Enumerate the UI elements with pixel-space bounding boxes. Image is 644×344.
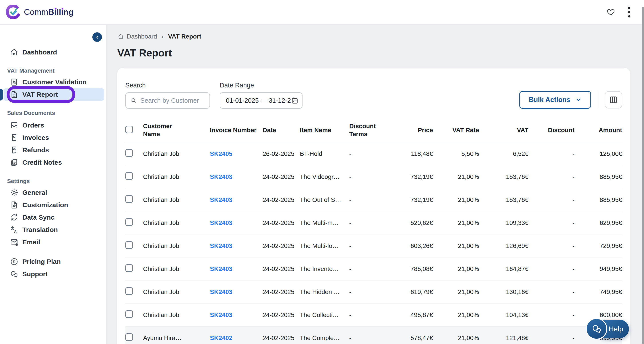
filters-actions: Bulk Actions [519, 91, 622, 109]
row-checkbox[interactable] [125, 264, 133, 272]
cell-discount-terms: - [349, 312, 382, 319]
cell-customer-name: Christian Job [140, 150, 206, 157]
row-checkbox[interactable] [125, 287, 133, 295]
search-input[interactable] [140, 97, 206, 104]
sidebar: Dashboard VAT Management Customer Valida… [0, 25, 107, 344]
sidebar-item-customization[interactable]: Customization [4, 199, 104, 211]
cell-amount: 949,95€ [576, 265, 622, 273]
date-range-input[interactable]: 01-01-2025 — 31-12-2025 [220, 92, 302, 109]
invoice-link[interactable]: SK2403 [210, 173, 232, 180]
column-header-customer-name: Customer Name [140, 122, 206, 138]
cell-vat-rate: 21,00% [435, 173, 479, 180]
cell-discount-terms: - [349, 335, 382, 342]
sidebar-item-refunds[interactable]: Refunds [4, 144, 104, 156]
row-checkbox[interactable] [125, 195, 133, 203]
cell-date: 24-02-2025 [263, 242, 298, 250]
filters-bar: Search Date Range 01-01-2025 — 31-12-202… [125, 82, 622, 109]
brand-name: CommBıllıng [24, 7, 74, 17]
favorites-button[interactable] [606, 8, 615, 16]
sidebar-item-data-sync[interactable]: Data Sync [4, 211, 104, 224]
sidebar-item-vat-report[interactable]: VAT Report [4, 88, 104, 101]
invoice-link[interactable]: SK2403 [210, 242, 232, 249]
brand-prefix: Comm [24, 7, 48, 16]
date-range-field: Date Range 01-01-2025 — 31-12-2025 [220, 82, 302, 109]
sidebar-collapse-button[interactable] [92, 32, 102, 42]
column-header-date: Date [263, 126, 298, 134]
column-header-discount-terms: Discount Terms [349, 122, 382, 138]
chat-bubbles-icon [591, 323, 602, 335]
sidebar-item-general[interactable]: General [4, 186, 104, 199]
cell-customer-name: Christian Job [140, 242, 206, 250]
cell-date: 24-02-2025 [263, 289, 298, 296]
search-icon [131, 97, 137, 104]
invoice-link[interactable]: SK2403 [210, 196, 232, 203]
chevron-down-icon [575, 97, 582, 103]
bulk-actions-button[interactable]: Bulk Actions [519, 91, 591, 109]
help-chat-bubble[interactable] [586, 318, 607, 340]
sync-icon [10, 213, 18, 222]
sidebar-item-pricing-plan[interactable]: € Pricing Plan [4, 256, 104, 268]
row-checkbox[interactable] [125, 333, 133, 341]
invoice-link[interactable]: SK2403 [210, 289, 232, 295]
cell-vat: 6,52€ [481, 150, 528, 157]
invoice-link[interactable]: SK2403 [210, 265, 232, 272]
cell-discount-terms: - [349, 242, 382, 250]
sidebar-item-email[interactable]: Email [4, 236, 104, 248]
cell-customer-name: Christian Job [140, 289, 206, 296]
brand-logo[interactable]: CommBıllıng [6, 5, 74, 19]
sidebar-item-label: Pricing Plan [22, 258, 61, 265]
sidebar-item-orders[interactable]: Orders [4, 119, 104, 131]
sidebar-nav: Dashboard VAT Management Customer Valida… [0, 25, 106, 280]
sidebar-item-dashboard[interactable]: Dashboard [4, 46, 104, 58]
row-checkbox[interactable] [125, 172, 133, 180]
cell-discount: - [530, 219, 574, 226]
cell-amount: 629,95€ [576, 219, 622, 226]
table-row: Christian Job SK2403 24-02-2025 The Mult… [125, 211, 622, 234]
row-checkbox[interactable] [125, 241, 133, 249]
breadcrumb-dashboard[interactable]: Dashboard [117, 33, 157, 40]
cell-amount: 885,95€ [576, 196, 622, 203]
cell-price: 603,26€ [384, 242, 433, 250]
cell-discount-terms: - [349, 173, 382, 180]
sidebar-item-invoices[interactable]: € Invoices [4, 131, 104, 144]
home-icon [10, 48, 18, 57]
invoice-link[interactable]: SK2405 [210, 150, 232, 157]
cell-discount-terms: - [349, 265, 382, 273]
sidebar-footer-group: € Pricing Plan Support [4, 256, 104, 280]
vertical-scrollbar[interactable] [642, 7, 644, 344]
refund-receipt-icon [10, 146, 18, 154]
cell-date: 24-02-2025 [263, 196, 298, 203]
sidebar-item-credit-notes[interactable]: Credit Notes [4, 156, 104, 169]
cell-vat: 104,13€ [481, 312, 528, 319]
sidebar-item-label: Data Sync [22, 214, 54, 221]
cell-price: 495,87€ [384, 312, 433, 319]
cell-discount-terms: - [349, 196, 382, 203]
support-chat-icon [10, 270, 18, 279]
column-settings-button[interactable] [605, 91, 622, 108]
brand-bold: Bıllıng [48, 7, 74, 16]
breadcrumb: Dashboard › VAT Report [117, 33, 644, 40]
cell-discount: - [530, 335, 574, 342]
row-checkbox[interactable] [125, 218, 133, 226]
select-all-checkbox[interactable] [125, 126, 133, 133]
sidebar-item-support[interactable]: Support [4, 268, 104, 280]
cell-date: 24-02-2025 [263, 312, 298, 319]
cell-amount: 749,95€ [576, 289, 622, 296]
invoice-link[interactable]: SK2403 [210, 312, 232, 318]
cell-item-name: The Videogr… [300, 173, 348, 180]
sidebar-item-label: Invoices [22, 134, 49, 141]
email-gear-icon [10, 238, 18, 247]
sidebar-item-label: General [22, 189, 47, 196]
cell-discount: - [530, 242, 574, 250]
table-row: Christian Job SK2403 24-02-2025 The Inve… [125, 258, 622, 281]
kebab-menu-button[interactable] [628, 6, 631, 18]
row-checkbox[interactable] [125, 310, 133, 318]
row-checkbox[interactable] [125, 149, 133, 157]
sidebar-item-translation[interactable]: A Translation [4, 224, 104, 236]
sidebar-item-customer-validation[interactable]: Customer Validation [4, 76, 104, 88]
invoice-link[interactable]: SK2403 [210, 219, 232, 226]
cell-date: 26-02-2025 [263, 150, 298, 157]
cell-item-name: The Collecti… [300, 312, 348, 319]
search-box[interactable] [125, 92, 210, 109]
invoice-link[interactable]: SK2402 [210, 335, 232, 341]
